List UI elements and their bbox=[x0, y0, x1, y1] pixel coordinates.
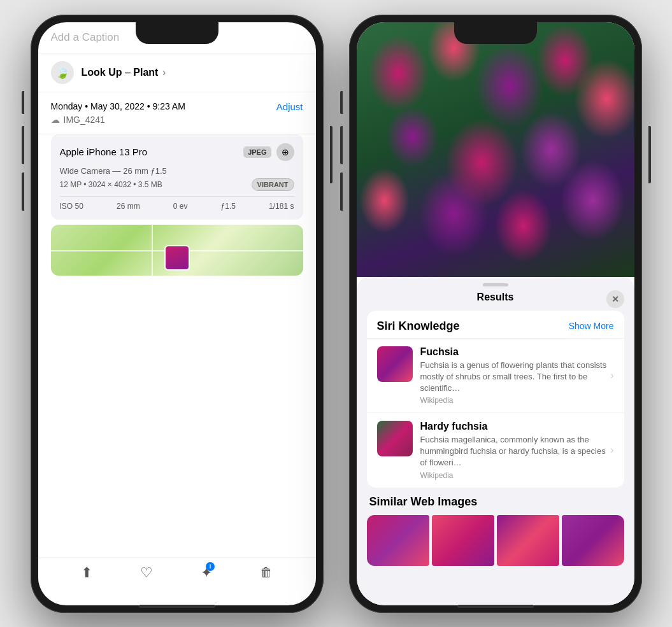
similar-image-1[interactable] bbox=[367, 515, 429, 566]
close-button[interactable]: ✕ bbox=[606, 290, 624, 308]
exif-iso: ISO 50 bbox=[60, 202, 83, 211]
siri-knowledge-section: Siri Knowledge Show More Fuchsia Fuchsia… bbox=[367, 311, 624, 488]
right-phone-screen: 🍃 Results ✕ Siri Knowledge bbox=[357, 22, 634, 605]
knowledge-item-fuchsia[interactable]: Fuchsia Fuchsia is a genus of flowering … bbox=[367, 338, 624, 413]
meta-filename-row: ☁ IMG_4241 bbox=[51, 115, 303, 125]
exif-row: ISO 50 26 mm 0 ev ƒ1.5 1/181 s bbox=[60, 196, 294, 211]
caption-placeholder-text[interactable]: Add a Caption bbox=[51, 31, 120, 43]
photo-dot-indicator bbox=[175, 594, 179, 598]
fuchsia-source: Wikipedia bbox=[420, 396, 614, 405]
delete-button[interactable]: 🗑 bbox=[260, 565, 273, 580]
map-photo-thumbnail bbox=[164, 245, 190, 271]
meta-section: Monday • May 30, 2022 • 9:23 AM Adjust ☁… bbox=[38, 92, 316, 134]
phones-container: Add a Caption 🍃 Look Up – Plant › Monday… bbox=[18, 2, 655, 626]
close-icon: ✕ bbox=[611, 294, 619, 304]
similar-images-section: Similar Web Images bbox=[367, 495, 624, 566]
sheet-handle bbox=[483, 283, 508, 286]
right-photo-display: 🍃 bbox=[357, 22, 634, 277]
camera-detail-text: Wide Camera — 26 mm ƒ1.5 bbox=[60, 166, 294, 176]
lookup-label: Look Up – Plant › bbox=[82, 67, 166, 78]
similar-images-title: Similar Web Images bbox=[367, 495, 624, 509]
fuchsia-chevron-icon: › bbox=[610, 370, 613, 381]
info-badge: i bbox=[206, 562, 215, 571]
siri-knowledge-header: Siri Knowledge Show More bbox=[367, 311, 624, 338]
results-sheet: Results ✕ Siri Knowledge Show More bbox=[357, 277, 634, 605]
camera-section: Apple iPhone 13 Pro JPEG ⊕ Wide Camera —… bbox=[51, 134, 303, 220]
specs-row: 12 MP • 3024 × 4032 • 3.5 MB VIBRANT bbox=[60, 178, 294, 191]
vibrant-badge: VIBRANT bbox=[252, 178, 294, 191]
exif-mm: 26 mm bbox=[117, 202, 140, 211]
hardy-fuchsia-content: Hardy fuchsia Fuchsia magellanica, commo… bbox=[420, 421, 614, 480]
fuchsia-content: Fuchsia Fuchsia is a genus of flowering … bbox=[420, 346, 614, 405]
map-section bbox=[51, 225, 303, 276]
leaf-icon: 🍃 bbox=[55, 66, 69, 80]
bottom-toolbar: ⬆ ♡ ✦ i 🗑 bbox=[38, 558, 316, 588]
hardy-fuchsia-description: Fuchsia magellanica, commonly known as t… bbox=[420, 434, 614, 469]
hardy-fuchsia-name: Hardy fuchsia bbox=[420, 421, 614, 432]
adjust-button[interactable]: Adjust bbox=[276, 101, 303, 112]
similar-image-2[interactable] bbox=[432, 515, 494, 566]
camera-header: Apple iPhone 13 Pro JPEG ⊕ bbox=[60, 143, 294, 161]
lookup-icon-wrap: 🍃 bbox=[51, 61, 74, 84]
info-button[interactable]: ✦ i bbox=[201, 565, 212, 581]
share-button[interactable]: ⬆ bbox=[81, 565, 92, 581]
home-indicator bbox=[139, 605, 215, 608]
hardy-fuchsia-source: Wikipedia bbox=[420, 471, 614, 480]
show-more-button[interactable]: Show More bbox=[569, 321, 614, 331]
left-phone-screen: Add a Caption 🍃 Look Up – Plant › Monday… bbox=[38, 22, 316, 605]
format-badge: JPEG bbox=[243, 146, 271, 158]
right-home-indicator bbox=[457, 605, 534, 608]
exif-shutter: 1/181 s bbox=[269, 202, 294, 211]
right-phone: 🍃 Results ✕ Siri Knowledge bbox=[349, 15, 642, 613]
right-flower-photo bbox=[357, 22, 634, 277]
notch bbox=[136, 22, 218, 44]
lookup-row[interactable]: 🍃 Look Up – Plant › bbox=[38, 53, 316, 92]
location-icon: ⊕ bbox=[276, 143, 294, 161]
filename-text: IMG_4241 bbox=[64, 115, 105, 125]
cloud-icon: ☁ bbox=[51, 115, 60, 125]
results-title: Results bbox=[477, 292, 514, 303]
lookup-chevron-icon: › bbox=[162, 67, 166, 78]
fuchsia-name: Fuchsia bbox=[420, 346, 614, 358]
similar-image-3[interactable] bbox=[497, 515, 559, 566]
meta-date-text: Monday • May 30, 2022 • 9:23 AM bbox=[51, 101, 185, 111]
results-header: Results ✕ bbox=[357, 292, 634, 311]
siri-knowledge-title: Siri Knowledge bbox=[377, 320, 460, 333]
exif-ev: 0 ev bbox=[173, 202, 188, 211]
notch-right bbox=[454, 22, 537, 44]
hardy-fuchsia-chevron-icon: › bbox=[610, 444, 613, 456]
similar-image-4[interactable] bbox=[562, 515, 624, 566]
camera-model-text: Apple iPhone 13 Pro bbox=[60, 146, 148, 157]
similar-images-grid bbox=[367, 515, 624, 566]
fuchsia-thumbnail bbox=[377, 346, 413, 382]
specs-text: 12 MP • 3024 × 4032 • 3.5 MB bbox=[60, 180, 162, 189]
badge-row: JPEG ⊕ bbox=[243, 143, 294, 161]
meta-date-row: Monday • May 30, 2022 • 9:23 AM Adjust bbox=[51, 101, 303, 112]
favorite-button[interactable]: ♡ bbox=[140, 565, 153, 581]
exif-aperture: ƒ1.5 bbox=[221, 202, 236, 211]
hardy-fuchsia-thumbnail bbox=[377, 421, 413, 456]
knowledge-item-hardy-fuchsia[interactable]: Hardy fuchsia Fuchsia magellanica, commo… bbox=[367, 412, 624, 488]
left-phone: Add a Caption 🍃 Look Up – Plant › Monday… bbox=[31, 15, 324, 613]
fuchsia-description: Fuchsia is a genus of flowering plants t… bbox=[420, 360, 614, 395]
